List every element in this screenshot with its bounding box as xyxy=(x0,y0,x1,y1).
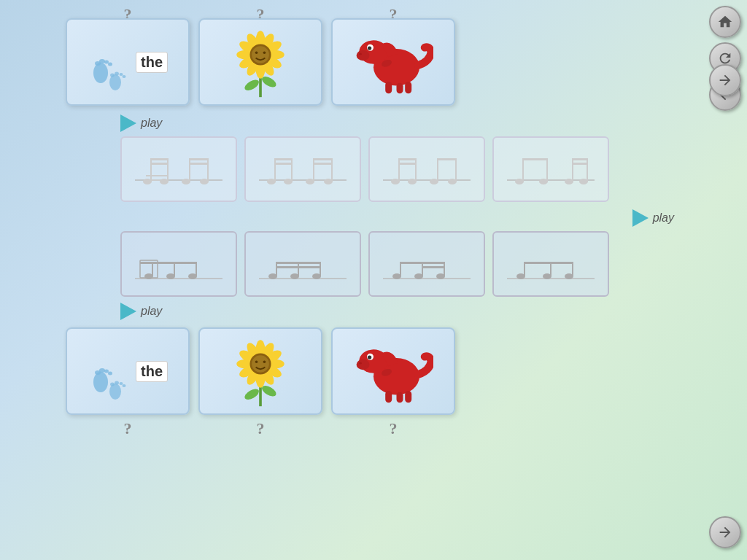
svg-rect-118 xyxy=(422,266,444,268)
svg-point-5 xyxy=(109,74,121,90)
top-rhythm-grid xyxy=(120,136,696,202)
svg-rect-35 xyxy=(385,82,392,93)
card-wrapper-2: ? xyxy=(198,18,322,106)
rhythm-notation-b4 xyxy=(503,238,598,289)
dinosaur-icon-2 xyxy=(353,338,433,404)
sidebar xyxy=(709,6,741,111)
bottom-rhythm-grid xyxy=(120,231,696,297)
card-wrapper-b2: ? xyxy=(198,327,322,438)
svg-point-130 xyxy=(104,370,109,373)
question-mark-b2: ? xyxy=(257,419,265,438)
svg-rect-36 xyxy=(397,83,403,93)
rhythm-notation-1 xyxy=(131,144,226,195)
play-label-right[interactable]: play xyxy=(653,211,674,225)
svg-point-27 xyxy=(255,51,258,54)
rhythm-notation-4 xyxy=(503,144,598,195)
next-button[interactable] xyxy=(709,64,741,96)
card-sunflower[interactable] xyxy=(198,18,322,106)
svg-point-3 xyxy=(104,61,109,64)
svg-point-133 xyxy=(110,383,115,386)
svg-point-155 xyxy=(263,360,266,363)
card-sunflower-2[interactable] xyxy=(198,327,322,415)
svg-rect-162 xyxy=(385,391,392,402)
play-row-1: play xyxy=(120,114,696,132)
svg-point-158 xyxy=(357,359,370,370)
svg-point-132 xyxy=(109,384,121,400)
svg-rect-84 xyxy=(523,158,547,160)
svg-rect-126 xyxy=(525,262,573,264)
home-button[interactable] xyxy=(709,6,741,38)
bottom-cards-row: the ? xyxy=(66,327,696,438)
svg-rect-53 xyxy=(190,163,208,165)
sunflower-icon xyxy=(228,26,293,98)
rhythm-notation-3 xyxy=(379,144,474,195)
play-label-1[interactable]: play xyxy=(141,117,162,130)
word-the-bottom: the xyxy=(136,361,168,382)
svg-rect-59 xyxy=(275,158,292,160)
svg-rect-60 xyxy=(275,163,292,165)
svg-rect-90 xyxy=(573,163,587,165)
svg-point-154 xyxy=(255,360,258,363)
rhythm-notation-b2 xyxy=(255,238,350,289)
play-button-1[interactable] xyxy=(120,114,136,132)
play-button-3[interactable] xyxy=(120,303,136,320)
svg-rect-108 xyxy=(276,266,320,268)
svg-rect-107 xyxy=(276,262,320,264)
svg-rect-66 xyxy=(314,163,332,165)
rhythm-card-b4[interactable] xyxy=(492,231,609,297)
card-footprint-2[interactable]: the xyxy=(66,327,190,415)
question-mark-b1: ? xyxy=(124,419,132,438)
next-bottom-button[interactable] xyxy=(709,516,741,548)
dinosaur-icon xyxy=(353,29,433,95)
rhythm-notation-b1 xyxy=(131,238,226,289)
svg-rect-117 xyxy=(422,262,444,264)
rhythm-notation-b3 xyxy=(379,238,474,289)
top-cards-row: ? xyxy=(66,18,696,106)
play-row-right: play xyxy=(15,209,674,227)
rhythm-card-4[interactable] xyxy=(492,136,609,202)
play-label-3[interactable]: play xyxy=(141,305,162,318)
rhythm-card-b3[interactable] xyxy=(368,231,485,297)
svg-point-8 xyxy=(120,73,123,76)
rhythm-card-1[interactable] xyxy=(120,136,237,202)
svg-point-6 xyxy=(110,74,115,77)
svg-rect-163 xyxy=(397,392,403,402)
svg-point-138 xyxy=(243,387,260,402)
footprint-icon-2 xyxy=(88,342,131,400)
svg-point-33 xyxy=(368,46,371,50)
svg-rect-89 xyxy=(573,158,587,160)
footprint-icon xyxy=(88,33,131,91)
rhythm-card-3[interactable] xyxy=(368,136,485,202)
rhythm-card-2[interactable] xyxy=(244,136,361,202)
card-wrapper-b3: ? xyxy=(331,327,455,438)
svg-point-135 xyxy=(120,382,123,385)
card-dinosaur[interactable] xyxy=(331,18,455,106)
svg-point-9 xyxy=(123,75,126,78)
svg-rect-47 xyxy=(151,163,168,165)
svg-point-131 xyxy=(108,372,112,376)
svg-point-160 xyxy=(368,355,371,359)
play-button-right[interactable] xyxy=(632,209,649,227)
svg-rect-99 xyxy=(140,262,196,264)
svg-rect-65 xyxy=(314,158,332,160)
rhythm-card-b1[interactable] xyxy=(120,231,237,297)
svg-point-7 xyxy=(115,72,119,76)
svg-point-161 xyxy=(359,362,362,365)
svg-point-0 xyxy=(93,63,108,83)
svg-rect-164 xyxy=(405,391,411,402)
svg-rect-52 xyxy=(190,158,208,160)
card-wrapper-b1: the ? xyxy=(66,327,190,438)
svg-rect-46 xyxy=(151,158,168,160)
svg-rect-37 xyxy=(405,82,411,93)
card-wrapper-1: ? xyxy=(66,18,190,106)
svg-point-34 xyxy=(359,53,362,55)
main-content: ? xyxy=(15,7,696,553)
play-row-3: play xyxy=(120,303,696,320)
svg-point-129 xyxy=(99,368,105,373)
svg-point-11 xyxy=(243,78,260,93)
rhythm-card-b2[interactable] xyxy=(244,231,361,297)
card-wrapper-3: ? xyxy=(331,18,455,106)
card-dinosaur-2[interactable] xyxy=(331,327,455,415)
card-footprint[interactable]: the xyxy=(66,18,190,106)
svg-point-28 xyxy=(263,51,266,54)
